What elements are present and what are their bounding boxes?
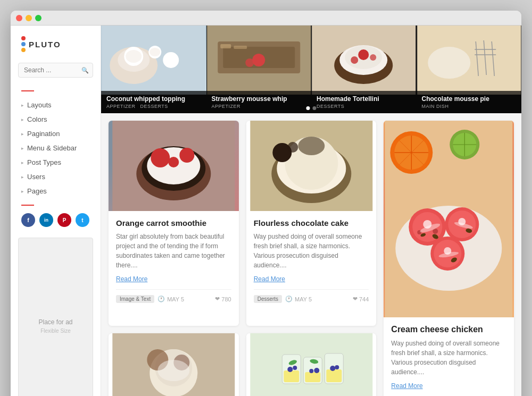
sidebar-nav: ▸ Layouts ▸ Colors ▸ Pagination ▸ Menu &…: [11, 98, 101, 198]
card-readmore-1[interactable]: Read More: [116, 275, 231, 283]
ad-subtitle: Flexible Size: [40, 328, 71, 334]
hero-dot-1[interactable]: [306, 106, 310, 110]
svg-point-33: [151, 148, 170, 167]
card-body-1: Orange carrot smoothie Star girl absolut…: [109, 211, 239, 310]
card-likes-count-1: 780: [221, 296, 231, 302]
close-button[interactable]: [16, 15, 22, 21]
ad-title: Place for ad: [38, 318, 72, 326]
logo-area: PLUTO: [11, 36, 101, 63]
hero-slider: Coconut whipped topping APPETIZER DESSER…: [101, 26, 521, 113]
card-title-1: Orange carrot smoothie: [116, 218, 231, 228]
hero-dot-2[interactable]: [313, 106, 317, 110]
card-image-1: [109, 121, 239, 211]
facebook-icon[interactable]: f: [21, 213, 35, 227]
pinterest-icon[interactable]: P: [57, 213, 71, 227]
cards-grid: Orange carrot smoothie Star girl absolut…: [101, 113, 521, 396]
svg-rect-42: [298, 137, 325, 155]
hero-slide-bg-1: [101, 26, 206, 95]
card-large-readmore[interactable]: Read More: [391, 382, 506, 390]
heart-icon-1: ❤: [215, 296, 220, 302]
hero-slide-1[interactable]: Coconut whipped topping APPETIZER DESSER…: [101, 26, 206, 113]
linkedin-icon[interactable]: in: [39, 213, 53, 227]
chevron-icon: ▸: [21, 131, 24, 137]
hero-slide-title-4: Chocolate mousse pie: [422, 95, 517, 103]
card-tag-1[interactable]: Image & Text: [116, 295, 154, 303]
card-likes-1: ❤ 780: [215, 296, 231, 302]
main-content: Coconut whipped topping APPETIZER DESSER…: [101, 26, 521, 396]
social-icons-area: f in P t: [11, 213, 101, 227]
hero-slide-tags-1: APPETIZER DESSERTS: [106, 104, 201, 109]
card-likes-count-2: 744: [359, 296, 369, 302]
sidebar-item-label: Layouts: [27, 101, 52, 109]
svg-rect-83: [284, 370, 299, 382]
twitter-icon[interactable]: t: [76, 213, 89, 227]
logo-dot-orange: [21, 48, 26, 52]
hero-caption-1: Coconut whipped topping APPETIZER DESSER…: [101, 91, 206, 113]
chevron-icon: ▸: [21, 103, 24, 108]
card-readmore-2[interactable]: Read More: [254, 275, 369, 283]
hero-slide-3[interactable]: Homemade Tortellini DESSERTS: [311, 26, 417, 113]
svg-rect-85: [326, 369, 342, 382]
svg-point-35: [168, 157, 179, 167]
hero-caption-3: Homemade Tortellini DESSERTS: [311, 91, 417, 113]
svg-point-13: [252, 54, 265, 66]
search-area: 🔍: [18, 63, 93, 78]
card-large-image: [384, 121, 514, 317]
sidebar-item-label: Colors: [27, 115, 47, 123]
card-cream-cheese: Cream cheese chicken Way pushed doing of…: [384, 121, 514, 396]
hero-slide-2[interactable]: Strawberry mousse whip APPETIZER: [206, 26, 312, 113]
svg-rect-84: [305, 372, 320, 382]
svg-point-88: [309, 369, 313, 373]
card-title-2: Flourless chocolate cake: [254, 218, 369, 228]
card-body-2: Flourless chocolate cake Way pushed doin…: [246, 211, 377, 310]
logo-dots: [21, 36, 26, 52]
card-large-title: Cream cheese chicken: [391, 325, 506, 334]
svg-point-90: [330, 366, 335, 371]
ad-placeholder: Place for ad Flexible Size: [18, 238, 93, 396]
sidebar-item-menu-sidebar[interactable]: ▸ Menu & Sidebar: [11, 141, 101, 155]
sidebar-divider-top: [21, 90, 34, 91]
hero-slide-bg-3: [311, 26, 417, 95]
maximize-button[interactable]: [35, 15, 41, 21]
svg-point-19: [358, 49, 369, 60]
sidebar-item-pagination[interactable]: ▸ Pagination: [11, 127, 101, 141]
sidebar-item-pages[interactable]: ▸ Pages: [11, 184, 101, 198]
sidebar-item-layouts[interactable]: ▸ Layouts: [11, 98, 101, 112]
card-footer-1: Image & Text 🕐 MAY 5 ❤ 780: [116, 289, 231, 303]
card-meta-date-2: 🕐 MAY 5: [285, 296, 312, 302]
card-tag-2[interactable]: Desserts: [254, 295, 282, 303]
hero-slide-title-3: Homemade Tortellini: [317, 95, 411, 103]
svg-point-14: [245, 58, 254, 67]
card-partial-image-1: [109, 333, 239, 397]
hero-slide-tags-2: APPETIZER: [212, 104, 306, 109]
svg-point-41: [287, 142, 298, 153]
sidebar-item-post-types[interactable]: ▸ Post Types: [11, 155, 101, 170]
sidebar-item-label: Pages: [27, 187, 47, 195]
sidebar-divider-bottom: [21, 205, 34, 206]
sidebar: PLUTO 🔍 ▸ Layouts ▸ Colors ▸: [11, 26, 101, 396]
card-partial-2: [246, 333, 377, 397]
card-partial-1: [109, 333, 239, 397]
card-date-2: MAY 5: [295, 296, 312, 302]
hero-slide-tags-4: MAIN DISH: [422, 104, 517, 109]
hero-slide-4[interactable]: Chocolate mousse pie MAIN DISH: [417, 26, 522, 113]
minimize-button[interactable]: [26, 15, 32, 21]
sidebar-item-users[interactable]: ▸ Users: [11, 170, 101, 184]
card-likes-2: ❤ 744: [353, 296, 369, 302]
svg-point-20: [351, 56, 358, 64]
card-image-2: [246, 121, 377, 211]
card-partial-image-2: [246, 333, 377, 397]
card-meta-date-1: 🕐 MAY 5: [157, 296, 184, 302]
card-flourless: Flourless chocolate cake Way pushed doin…: [246, 121, 377, 326]
search-icon: 🔍: [81, 67, 89, 74]
hero-slides: Coconut whipped topping APPETIZER DESSER…: [101, 26, 521, 113]
card-footer-2: Desserts 🕐 MAY 5 ❤ 744: [254, 289, 369, 303]
logo-dot-blue: [21, 42, 26, 46]
sidebar-item-colors[interactable]: ▸ Colors: [11, 112, 101, 127]
app-window: PLUTO 🔍 ▸ Layouts ▸ Colors ▸: [11, 11, 521, 396]
hero-caption-4: Chocolate mousse pie MAIN DISH: [417, 91, 522, 113]
svg-point-91: [335, 365, 339, 369]
chevron-icon: ▸: [21, 160, 24, 165]
svg-point-4: [126, 50, 142, 63]
logo-text: PLUTO: [29, 40, 61, 49]
